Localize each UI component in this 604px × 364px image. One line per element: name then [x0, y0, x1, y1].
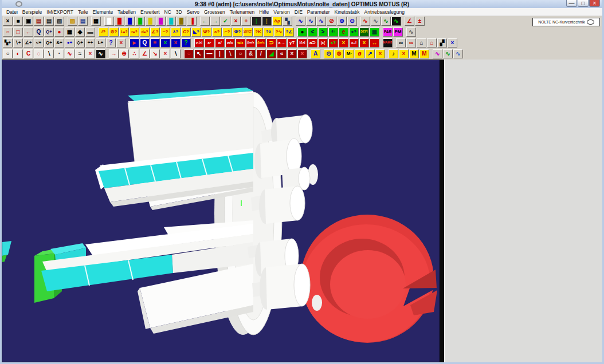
yt-icon[interactable]: yT — [287, 38, 297, 48]
swap-icon[interactable]: ↔ — [370, 38, 379, 48]
machine-icon[interactable]: M — [409, 49, 419, 58]
delete-red-icon[interactable]: × — [85, 49, 95, 58]
pointer-icon[interactable]: ↖ — [194, 49, 204, 58]
rot-query-icon[interactable]: C? — [181, 27, 191, 37]
pen-query-icon[interactable]: /? — [99, 27, 108, 37]
delta-rho-icon[interactable]: Δρ — [272, 17, 282, 26]
traffic-light-icon[interactable]: ⋮ — [252, 17, 261, 26]
diameter-query-icon[interactable]: d=? — [140, 27, 150, 37]
dw-dx-alt-icon[interactable]: Δw/x — [256, 38, 266, 48]
menu-teile[interactable]: Teile — [76, 9, 90, 15]
a-loop-icon[interactable]: a⊃ — [308, 38, 317, 48]
cam-points-icon[interactable]: ∿ — [65, 49, 74, 58]
loop-icon[interactable]: ⊃ — [266, 38, 276, 48]
point-icon[interactable]: · — [54, 49, 64, 58]
letter-a-icon[interactable]: A — [311, 49, 320, 58]
wedge-green-icon[interactable]: ◢ — [266, 49, 276, 58]
x-slash-icon[interactable]: x/ — [215, 38, 225, 48]
cam-delete-icon[interactable]: ⊘ — [327, 17, 336, 26]
vector-add-icon[interactable]: <+ — [34, 38, 44, 48]
block-list-icon[interactable]: ▚ — [283, 17, 292, 26]
x-yellow-a-icon[interactable]: × — [375, 49, 385, 58]
step-back-icon[interactable]: ← — [200, 17, 210, 26]
circle-icon[interactable]: ○ — [3, 49, 13, 58]
close-button[interactable]: × — [589, 0, 600, 7]
menu-beispiele[interactable]: Beispiele — [20, 9, 45, 15]
layer-olive-icon[interactable]: █ — [177, 17, 186, 26]
grid-icon[interactable]: ▦ — [65, 27, 74, 37]
green-dot-icon[interactable]: ● — [297, 27, 307, 37]
help-icon[interactable]: ? — [106, 38, 116, 48]
menu-version[interactable]: Version — [271, 9, 292, 15]
cam-zoom-out-icon[interactable]: ⊖ — [347, 17, 357, 26]
layer-yellow-icon[interactable]: █ — [146, 17, 155, 26]
polyline-add-icon[interactable]: ∠+ — [23, 38, 33, 48]
pie-icon[interactable]: ◐ — [13, 49, 23, 58]
zoom-icon[interactable]: Q — [34, 27, 44, 37]
brush-icon[interactable]: / — [256, 49, 266, 58]
x-yellow2-icon[interactable]: × — [359, 38, 369, 48]
screen-icon[interactable]: ▣ — [23, 17, 33, 26]
line-seg-icon[interactable]: ∖ — [44, 49, 54, 58]
minimize-button[interactable]: — — [566, 0, 577, 7]
x-dot-icon[interactable]: x· — [205, 38, 214, 48]
x-strike-icon[interactable]: × — [297, 49, 307, 58]
cam-contour-plus-icon[interactable]: ∿ — [316, 17, 326, 26]
layer-green-icon[interactable]: █ — [135, 17, 145, 26]
cancel-icon[interactable]: × — [231, 17, 241, 26]
menu-hilfe[interactable]: Hilfe — [257, 9, 271, 15]
prev-icon[interactable]: < — [308, 27, 317, 37]
angles-icon[interactable]: « — [277, 49, 287, 58]
menu-im-export[interactable]: IM/EXPORT — [44, 9, 76, 15]
x-query-red-icon[interactable]: x? — [328, 38, 338, 48]
arrow-down-right-icon[interactable]: ↘ — [150, 49, 160, 58]
cross-add-icon[interactable]: ++ — [85, 38, 95, 48]
fn-icon[interactable]: f↑ — [328, 27, 338, 37]
diagram-run-icon[interactable]: ∿ — [381, 17, 391, 26]
x-small-icon[interactable]: × — [160, 49, 170, 58]
x-to-icon[interactable]: x→ — [277, 38, 287, 48]
curve-red-icon[interactable]: ∿ — [360, 17, 370, 26]
x-query-icon[interactable]: ×? — [212, 27, 222, 37]
m-circle-icon[interactable]: ⊙ — [324, 49, 334, 58]
layer-white-icon[interactable]: █ — [104, 17, 114, 26]
dashed-circle-icon[interactable]: ◌ — [34, 49, 44, 58]
x-blue-icon[interactable]: × — [448, 38, 457, 48]
dot-arrow-icon[interactable]: → — [109, 49, 119, 58]
x-def-query-icon[interactable]: x? — [349, 27, 359, 37]
w-of-x-icon[interactable]: w/x — [225, 38, 235, 48]
cam-invert-icon[interactable]: ∿ — [96, 49, 105, 58]
figure-query-icon[interactable]: Ψ? — [202, 27, 211, 37]
m-delete-icon[interactable]: ⊗ — [334, 49, 344, 58]
repair-icon[interactable]: + — [241, 17, 251, 26]
gear-pair-icon[interactable]: ∞ — [396, 38, 406, 48]
x-yellow-b-icon[interactable]: × — [399, 49, 409, 58]
slash-icon[interactable]: ∖ — [171, 49, 181, 58]
tri-query-icon[interactable]: ◣? — [191, 27, 201, 37]
nav-lines-icon[interactable]: ≡ — [150, 38, 160, 48]
line-add-icon[interactable]: ∖+ — [13, 38, 23, 48]
print-icon[interactable]: ▤ — [44, 17, 54, 26]
menu-erweitert[interactable]: Erweitert — [138, 9, 162, 15]
arc-arrow-icon[interactable]: C — [23, 49, 33, 58]
path-query-icon[interactable]: ~? — [160, 27, 170, 37]
fan-icon[interactable]: ◆ — [75, 27, 85, 37]
menu-kinetostatik[interactable]: Kinetostatik — [332, 9, 362, 15]
cam-contour-dot-icon[interactable]: ∿ — [296, 17, 305, 26]
menu-teilenamen[interactable]: Teilenamen — [228, 9, 257, 15]
mark-dot-icon[interactable]: ● — [54, 27, 64, 37]
menu-antriebsauslegung[interactable]: Antriebsauslegung — [362, 9, 406, 15]
close-drawing-icon[interactable]: × — [3, 17, 13, 26]
step-forward-icon[interactable]: → — [210, 17, 220, 26]
nav-zoom-icon[interactable]: Q — [140, 38, 150, 48]
layer-alert-icon[interactable]: ▐ — [187, 17, 197, 26]
pm-icon[interactable]: PM — [393, 27, 403, 37]
waves-green-icon[interactable]: ∿ — [443, 49, 453, 58]
layer-red-icon[interactable]: █ — [115, 17, 124, 26]
circle-query-icon[interactable]: ⊙? — [109, 27, 119, 37]
menu-3d[interactable]: 3D — [174, 9, 185, 15]
def-icon[interactable]: DEF! — [359, 27, 369, 37]
k-query-icon[interactable]: ?K — [253, 27, 263, 37]
needle-icon[interactable]: ∖ — [225, 49, 235, 58]
cam-pair-icon[interactable]: ≈ — [75, 49, 85, 58]
